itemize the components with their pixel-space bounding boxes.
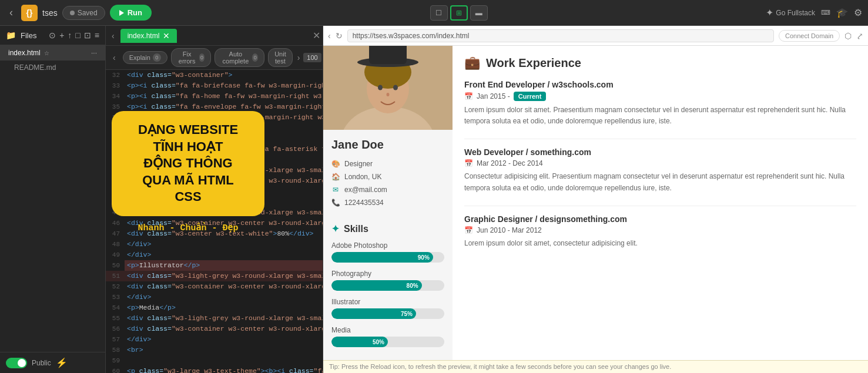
info-phone: 📞 1224435534 (331, 199, 444, 207)
editor-close-icon[interactable]: ✕ (313, 30, 320, 41)
auto-complete-badge: 0 (252, 53, 258, 62)
skill-bar-fill-photography: 80% (331, 280, 422, 291)
preview-open-button[interactable]: ⬡ (844, 31, 852, 41)
job-title-3: Graphic Designer / designsomething.com (464, 214, 856, 224)
code-line: 54 <p>Media</p> (106, 303, 323, 313)
skill-bar-fill-media: 50% (331, 337, 388, 347)
skill-pct-photography: 80% (407, 283, 418, 289)
toolbar-more-icon[interactable]: › (297, 53, 300, 62)
location-icon: 🏠 (331, 173, 340, 181)
preview-share-button[interactable]: ⤤ (856, 31, 863, 41)
skill-media: Media 50% (331, 326, 444, 347)
overlay-subtitle: Nhanh - Chuẩn - Đẹp (112, 222, 264, 233)
job-date-range-2: Mar 2012 - Dec 2014 (477, 159, 543, 167)
skills-title-text: Skills (344, 224, 368, 234)
sidebar: 📁 Files ⊙ + ↑ □ ⊡ ≡ index.html ☆ ··· REA… (0, 26, 106, 373)
public-toggle[interactable] (6, 358, 27, 368)
file-item-index[interactable]: index.html ☆ ··· (0, 45, 105, 61)
tab-close-button[interactable]: ✕ (163, 31, 170, 41)
skill-bar-bg-illustrator: 75% (331, 308, 444, 319)
fix-errors-button[interactable]: Fix errors 0 (171, 48, 212, 67)
more-icon[interactable]: ≡ (95, 31, 99, 40)
saved-dot (70, 11, 75, 15)
code-line: 34 <p><i class="fa fa-home fa-fw w3-marg… (106, 91, 323, 102)
toggle-knob (18, 359, 26, 367)
code-editor[interactable]: DẠNG WEBSITETĨNH HOẠTĐỘNG THÔNGQUA MÃ HT… (106, 70, 323, 373)
calendar-icon-1: 📅 (464, 92, 473, 100)
code-line: 33 <p><i class="fa fa-briefcase fa-fw w3… (106, 80, 323, 91)
toolbar-nav-left[interactable]: ‹ (109, 52, 119, 63)
fullstack-label: Go Fullstack (776, 9, 815, 17)
resume-photo (323, 46, 453, 130)
overlay-label: DẠNG WEBSITETĨNH HOẠTĐỘNG THÔNGQUA MÃ HT… (112, 111, 264, 216)
copy-icon[interactable]: ⊡ (84, 31, 91, 40)
editor-tabs: ‹ index.html ✕ ✕ (106, 26, 323, 46)
editor-tab-index[interactable]: index.html ✕ (120, 29, 177, 43)
code-line: 57 </div> (106, 334, 323, 345)
editor-area: ‹ index.html ✕ ✕ ‹ Explain 0 Fix errors … (106, 26, 323, 373)
job-item-2: Web Developer / something.com 📅 Mar 2012… (464, 147, 856, 193)
divider-2 (464, 206, 856, 206)
auto-complete-button[interactable]: Auto complete 0 (215, 48, 264, 67)
skill-bar-bg-media: 50% (331, 337, 444, 347)
code-overlay: DẠNG WEBSITETĨNH HOẠTĐỘNG THÔNGQUA MÃ HT… (106, 105, 270, 236)
run-label: Run (128, 8, 142, 17)
fix-errors-badge: 0 (199, 53, 205, 62)
file-icon[interactable]: □ (75, 31, 80, 40)
skill-bar-fill-adobe: 90% (331, 252, 433, 263)
file-name-index: index.html (8, 49, 41, 57)
view-split-button[interactable]: ⊞ (450, 5, 468, 21)
github-icon[interactable]: ⊙ (49, 31, 56, 40)
connect-domain-button[interactable]: Connect Domain (779, 30, 840, 42)
line-count-badge: 100 (303, 53, 321, 62)
explain-button[interactable]: Explain 0 (123, 51, 167, 64)
skill-illustrator: Illustrator 75% (331, 298, 444, 319)
hat-icon[interactable]: 🎓 (836, 7, 848, 18)
preview-back-button[interactable]: ‹ (328, 31, 331, 41)
view-horizontal-button[interactable]: ▬ (470, 5, 488, 21)
info-location: 🏠 London, UK (331, 173, 444, 181)
fix-errors-label: Fix errors (177, 51, 197, 65)
sidebar-icons: ⊙ + ↑ □ ⊡ ≡ (49, 31, 99, 40)
unit-test-button[interactable]: Unit test (268, 48, 293, 67)
resume-info: 🎨 Designer 🏠 London, UK ✉ ex@mail.com 📞 … (323, 160, 453, 217)
preview-header: ‹ ↻ https://tses.w3spaces.com/index.html… (323, 26, 868, 46)
svg-point-6 (378, 85, 383, 90)
work-title: 💼 Work Experience (464, 55, 856, 70)
code-line: 56 <div class="w3-container w3-center w3… (106, 324, 323, 334)
editor-toolbar: ‹ Explain 0 Fix errors 0 Auto complete 0… (106, 46, 323, 70)
job-date-3: 📅 Jun 2010 - Mar 2012 (464, 226, 856, 234)
run-button[interactable]: Run (110, 5, 152, 21)
editor-nav-left[interactable]: ‹ (108, 30, 118, 42)
top-bar: ‹ {} tses Saved Run ☐ ⊞ ▬ ✦ Go Fullstack… (0, 0, 868, 26)
preview-reload-button[interactable]: ↻ (336, 31, 343, 41)
sidebar-header: 📁 Files ⊙ + ↑ □ ⊡ ≡ (0, 26, 105, 45)
preview-url-bar[interactable]: https://tses.w3spaces.com/index.html (347, 29, 774, 42)
email-icon: ✉ (331, 186, 340, 194)
photo-svg (323, 46, 453, 130)
skill-pct-media: 50% (373, 339, 384, 345)
upload-icon[interactable]: ↑ (68, 31, 72, 40)
file-options-index[interactable]: ··· (91, 49, 97, 57)
lightning-icon[interactable]: ⚡ (56, 357, 68, 368)
saved-button[interactable]: Saved (62, 6, 105, 20)
public-label: Public (32, 359, 51, 367)
settings-icon[interactable]: ⚙ (854, 7, 862, 18)
back-button[interactable]: ‹ (6, 4, 16, 21)
add-file-icon[interactable]: + (59, 31, 64, 40)
skill-name-adobe: Adobe Photoshop (331, 241, 444, 250)
info-email: ✉ ex@mail.com (331, 186, 444, 194)
status-tip: Tip: Press the Reload icon, to refresh t… (329, 363, 671, 370)
skills-asterisk-icon: ✦ (331, 223, 339, 234)
fullstack-button[interactable]: ✦ Go Fullstack (766, 7, 815, 18)
svg-point-8 (387, 93, 390, 96)
code-line: 48 </div> (106, 239, 323, 250)
code-line: 60 <p class="w3-large w3-text-theme"><b>… (106, 366, 323, 373)
photo-placeholder (323, 46, 453, 130)
file-item-readme[interactable]: README.md (0, 61, 105, 75)
email-text: ex@mail.com (344, 186, 387, 194)
preview-panel: ‹ ↻ https://tses.w3spaces.com/index.html… (323, 26, 868, 373)
code-line: 59 (106, 355, 323, 366)
svg-rect-5 (369, 46, 407, 64)
view-single-button[interactable]: ☐ (430, 5, 448, 21)
